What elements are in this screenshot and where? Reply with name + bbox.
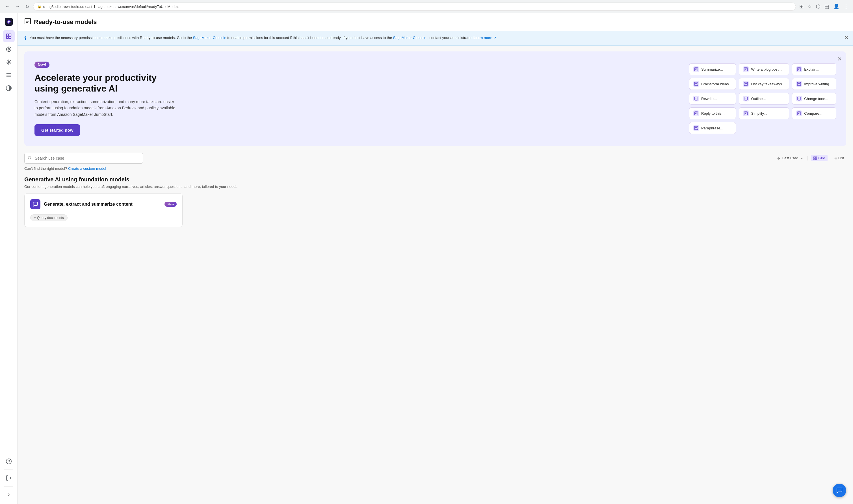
- chip-label-8: Change tone...: [804, 96, 828, 101]
- alert-close-button[interactable]: ✕: [844, 34, 849, 41]
- chip-icon-10: [743, 110, 749, 116]
- get-started-button[interactable]: Get started now: [35, 124, 80, 136]
- extensions-button[interactable]: ⬡: [815, 2, 822, 11]
- chip-label-3: Brainstorm ideas...: [701, 82, 732, 86]
- svg-point-61: [28, 156, 31, 159]
- promo-chip-4[interactable]: List key takeaways...: [739, 78, 789, 90]
- model-card-icon: [30, 199, 40, 209]
- chip-label-6: Rewrite...: [701, 96, 717, 101]
- alert-text-before-link1: You must have the necessary permissions …: [30, 36, 192, 40]
- search-input[interactable]: [24, 153, 143, 164]
- grid-view-button[interactable]: Grid: [811, 155, 828, 161]
- chip-label-10: Simplify...: [751, 111, 766, 115]
- model-card-title: Generate, extract and summarize content: [44, 202, 132, 207]
- profile-button[interactable]: 👤: [832, 2, 840, 11]
- promo-chips: Summarize... Write a blog post... Explai…: [689, 63, 836, 134]
- search-row: Last used Grid: [24, 153, 846, 164]
- translate-button[interactable]: ⊞: [798, 2, 805, 11]
- model-tag-label: Query documents: [37, 216, 64, 220]
- chip-icon-4: [743, 81, 749, 87]
- svg-rect-4: [9, 36, 11, 38]
- list-view-button[interactable]: List: [831, 155, 846, 161]
- svg-rect-64: [814, 157, 815, 158]
- svg-rect-3: [6, 36, 8, 38]
- sidebar-item-list[interactable]: [3, 69, 15, 81]
- learn-more-link[interactable]: Learn more ↗: [474, 36, 496, 40]
- promo-description: Content generation, extraction, summariz…: [35, 98, 176, 118]
- browser-chrome: ← → ↻ 🔒 d-mg8odibttrew.studio.us-east-1.…: [0, 0, 853, 13]
- sidebar: [0, 13, 18, 504]
- url-text: d-mg8odibttrew.studio.us-east-1.sagemake…: [43, 4, 179, 9]
- sidebar-button[interactable]: ▤: [823, 2, 830, 11]
- chip-label-5: Improve writing...: [804, 82, 832, 86]
- promo-left: New! Accelerate your productivity using …: [35, 61, 176, 136]
- model-card-header: Generate, extract and summarize content …: [30, 199, 177, 209]
- lock-icon: 🔒: [37, 4, 41, 8]
- promo-chip-12[interactable]: Paraphrase...: [689, 122, 736, 134]
- chip-icon-11: [796, 110, 802, 116]
- sagemaker-console-link-2[interactable]: SageMaker Console: [393, 36, 427, 40]
- promo-chip-2[interactable]: Explain...: [792, 63, 836, 75]
- sidebar-expand-button[interactable]: [3, 489, 15, 501]
- search-icon: [28, 156, 32, 160]
- back-button[interactable]: ←: [3, 3, 11, 10]
- promo-chip-6[interactable]: Rewrite...: [689, 93, 736, 105]
- sidebar-item-ml[interactable]: [3, 43, 15, 55]
- alert-text-after-link2: , contact your administrator.: [427, 36, 473, 40]
- sidebar-item-logout[interactable]: [3, 472, 15, 484]
- promo-chip-9[interactable]: Reply to this...: [689, 107, 736, 119]
- promo-chip-11[interactable]: Compare...: [792, 107, 836, 119]
- promo-chip-1[interactable]: Write a blog post...: [739, 63, 789, 75]
- svg-rect-2: [9, 34, 11, 36]
- promo-close-button[interactable]: ✕: [837, 56, 842, 62]
- view-controls: Last used Grid: [777, 155, 846, 161]
- chat-widget-button[interactable]: [833, 484, 846, 497]
- sidebar-item-help[interactable]: [3, 455, 15, 467]
- content-area: ✕ New! Accelerate your productivity usin…: [18, 46, 853, 504]
- bookmark-button[interactable]: ☆: [806, 2, 813, 11]
- list-label: List: [838, 156, 844, 160]
- promo-chip-0[interactable]: Summarize...: [689, 63, 736, 75]
- svg-rect-67: [815, 159, 817, 160]
- chip-label-9: Reply to this...: [701, 111, 724, 115]
- model-card[interactable]: Generate, extract and summarize content …: [24, 193, 182, 227]
- chip-icon-2: [796, 66, 802, 72]
- promo-chip-10[interactable]: Simplify...: [739, 107, 789, 119]
- promo-chip-3[interactable]: Brainstorm ideas...: [689, 78, 736, 90]
- sidebar-item-toggle[interactable]: [3, 82, 15, 94]
- promo-title: Accelerate your productivity using gener…: [35, 72, 176, 94]
- promo-chip-5[interactable]: Improve writing...: [792, 78, 836, 90]
- chip-label-2: Explain...: [804, 67, 819, 71]
- model-tag[interactable]: + Query documents: [30, 214, 68, 221]
- svg-rect-1: [6, 34, 8, 36]
- chip-label-12: Paraphrase...: [701, 126, 723, 130]
- page-header: Ready-to-use models: [18, 13, 853, 31]
- sort-control[interactable]: Last used: [777, 156, 804, 160]
- chip-label-0: Summarize...: [701, 67, 723, 71]
- page-header-icon: [24, 18, 31, 26]
- chip-icon-12: [693, 125, 699, 131]
- svg-rect-66: [814, 159, 815, 160]
- model-new-badge: New: [164, 202, 177, 207]
- chip-label-11: Compare...: [804, 111, 822, 115]
- promo-chip-8[interactable]: Change tone...: [792, 93, 836, 105]
- chip-label-4: List key takeaways...: [751, 82, 785, 86]
- menu-button[interactable]: ⋮: [842, 2, 850, 11]
- promo-card: ✕ New! Accelerate your productivity usin…: [24, 51, 846, 146]
- sidebar-item-asterisk[interactable]: [3, 56, 15, 68]
- chip-label-1: Write a blog post...: [751, 67, 782, 71]
- info-icon: ℹ: [24, 35, 26, 41]
- refresh-button[interactable]: ↻: [24, 3, 31, 11]
- create-custom-model-link[interactable]: Create a custom model: [68, 166, 106, 170]
- chip-icon-7: [743, 96, 749, 102]
- svg-point-6: [8, 48, 10, 50]
- chip-icon-8: [796, 96, 802, 102]
- app-logo: [4, 17, 14, 27]
- address-bar[interactable]: 🔒 d-mg8odibttrew.studio.us-east-1.sagema…: [33, 2, 796, 11]
- promo-chip-7[interactable]: Outline...: [739, 93, 789, 105]
- forward-button[interactable]: →: [14, 3, 21, 10]
- page-title: Ready-to-use models: [34, 18, 97, 26]
- sidebar-item-build[interactable]: [3, 30, 15, 42]
- sagemaker-console-link-1[interactable]: SageMaker Console: [193, 36, 226, 40]
- chip-icon-0: [693, 66, 699, 72]
